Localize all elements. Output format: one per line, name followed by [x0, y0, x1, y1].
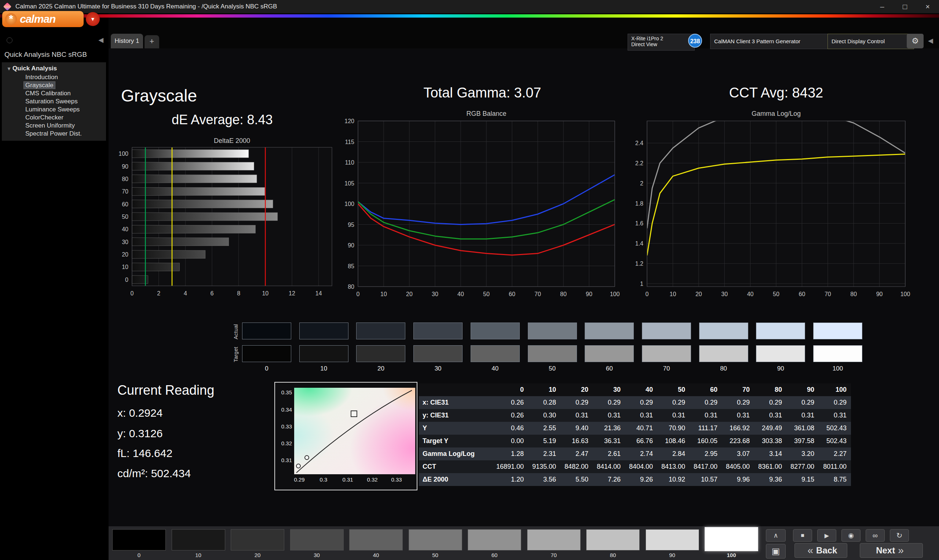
back-chevrons-icon: «: [808, 545, 814, 556]
single-measure-icon: ◉: [848, 531, 854, 540]
patch-label: 20: [231, 552, 284, 558]
patch-swatch: [409, 529, 462, 551]
sidebar-item-spectral-power-dist-[interactable]: Spectral Power Dist.: [2, 130, 106, 138]
table-cell: 9.26: [625, 473, 657, 486]
pattern-generator-dropdown[interactable]: CalMAN Client 3 Pattern Generator ▼: [710, 34, 834, 49]
table-cell: 8361.00: [754, 460, 786, 473]
pattern-patch-60[interactable]: 60: [468, 526, 521, 560]
svg-text:115: 115: [345, 139, 354, 145]
workflow-tree: ▾Quick Analysis IntroductionGrayscaleCMS…: [2, 62, 106, 141]
pattern-patch-30[interactable]: 30: [290, 526, 344, 560]
cie-x-tick-label: 0.32: [367, 477, 378, 483]
svg-text:2.2: 2.2: [635, 160, 643, 166]
svg-text:100: 100: [344, 201, 354, 207]
table-cell: 8482.00: [560, 460, 593, 473]
cie-x-tick-label: 0.3: [320, 477, 328, 483]
pattern-patch-70[interactable]: 70: [527, 526, 581, 560]
rainbow-stripe: [0, 14, 939, 18]
table-cell: 0.26: [496, 409, 528, 422]
table-cell: 2.31: [528, 448, 560, 460]
window-controls: – □ ×: [871, 0, 939, 13]
patch-swatch: [349, 529, 403, 551]
sidebar-item-colorchecker[interactable]: ColorChecker: [2, 114, 106, 122]
pattern-patch-50[interactable]: 50: [409, 526, 462, 560]
svg-text:90: 90: [586, 291, 592, 297]
calman-dropdown-button[interactable]: ▼: [86, 12, 100, 26]
loop-button[interactable]: ↻: [890, 529, 909, 542]
table-cell: 0.26: [496, 396, 528, 409]
sidebar-item-cms-calibration[interactable]: CMS Calibration: [2, 89, 106, 97]
table-cell: 70.90: [657, 422, 689, 435]
table-cell: 0.29: [625, 396, 657, 409]
table-cell: 0.29: [786, 396, 819, 409]
settings-button[interactable]: ⚙: [907, 34, 924, 48]
pattern-patch-20[interactable]: 20: [231, 526, 284, 560]
sidebar-item-grayscale[interactable]: Grayscale: [2, 82, 106, 89]
patch-swatch: [172, 529, 225, 551]
right-panel-collapse-icon[interactable]: ◀: [928, 37, 933, 45]
pattern-window-button[interactable]: ▣: [766, 544, 786, 558]
stop-button[interactable]: ■: [793, 529, 812, 542]
table-cell: 249.49: [754, 422, 786, 435]
svg-text:95: 95: [348, 222, 354, 228]
blackbody-locus-curve: [294, 388, 415, 474]
close-button[interactable]: ×: [916, 0, 939, 13]
stop-icon: ■: [801, 532, 804, 539]
pattern-patch-10[interactable]: 10: [172, 526, 225, 560]
pattern-patch-100[interactable]: 100: [705, 526, 758, 560]
sidebar-item-screen-uniformity[interactable]: Screen Uniformity: [2, 122, 106, 130]
table-cell: 2.55: [528, 422, 560, 435]
caret-down-icon: ▼: [90, 16, 96, 22]
pattern-patch-40[interactable]: 40: [349, 526, 403, 560]
calman-logo[interactable]: * calman: [2, 11, 83, 27]
continuous-measure-button[interactable]: ∞: [866, 529, 885, 542]
table-column-header: 90: [786, 383, 819, 396]
sidebar-collapse-icon[interactable]: ◀: [98, 36, 103, 44]
svg-text:DeltaE 2000: DeltaE 2000: [214, 137, 250, 145]
sidebar-item-introduction[interactable]: Introduction: [2, 73, 106, 82]
table-cell: 0.28: [528, 396, 560, 409]
sidebar-item-luminance-sweeps[interactable]: Luminance Sweeps: [2, 106, 106, 114]
current-reading-cdm2: cd/m²: 502.434: [117, 467, 191, 480]
table-column-header: 80: [754, 383, 786, 396]
patch-swatch: [646, 529, 699, 551]
pattern-patch-90[interactable]: 90: [646, 526, 699, 560]
table-cell: 9.15: [786, 473, 819, 486]
table-cell: 16891.00: [496, 460, 528, 473]
table-cell: 9.96: [722, 473, 754, 486]
table-cell: 0.31: [722, 409, 754, 422]
patch-label: 90: [646, 552, 699, 558]
collapse-pattern-bar-button[interactable]: ∧: [766, 529, 786, 542]
meter-dropdown[interactable]: X-Rite i1Pro 2 Direct View ▼: [628, 34, 695, 51]
maximize-button[interactable]: □: [894, 0, 916, 13]
svg-text:60: 60: [509, 291, 515, 297]
patch-swatch: [468, 529, 521, 551]
pattern-patch-0[interactable]: 0: [112, 526, 166, 560]
svg-text:85: 85: [348, 263, 354, 269]
actual-row-label: Actual: [233, 322, 239, 339]
patch-label: 60: [468, 552, 521, 558]
deltae-2000-bar-chart: DeltaE 200002468101214100908070605040302…: [106, 136, 341, 299]
back-button[interactable]: « Back: [794, 543, 847, 558]
pattern-patch-80[interactable]: 80: [586, 526, 640, 560]
calman-menu-button[interactable]: * calman ▼: [2, 10, 102, 28]
meter-reading-badge[interactable]: 238: [688, 34, 702, 48]
svg-text:20: 20: [122, 251, 128, 258]
table-cell: 0.31: [689, 409, 722, 422]
svg-text:80: 80: [560, 291, 567, 297]
tab-history-1[interactable]: History 1: [111, 34, 143, 48]
minimize-button[interactable]: –: [871, 0, 894, 13]
add-tab-button[interactable]: +: [145, 35, 159, 48]
display-control-dropdown[interactable]: Direct Display Control ▼: [828, 34, 914, 49]
cie-y-tick-label: 0.34: [276, 406, 292, 413]
patch-swatch: [527, 529, 581, 551]
table-cell: 8414.00: [593, 460, 625, 473]
sidebar-item-saturation-sweeps[interactable]: Saturation Sweeps: [2, 97, 106, 106]
tree-root-quick-analysis[interactable]: ▾Quick Analysis: [2, 62, 106, 73]
play-button[interactable]: ▶: [817, 529, 836, 542]
single-measure-button[interactable]: ◉: [842, 529, 860, 542]
table-cell: 7.26: [593, 473, 625, 486]
table-cell: 8011.00: [819, 460, 851, 473]
patch-label: 0: [112, 552, 166, 558]
next-button[interactable]: Next »: [860, 543, 923, 558]
